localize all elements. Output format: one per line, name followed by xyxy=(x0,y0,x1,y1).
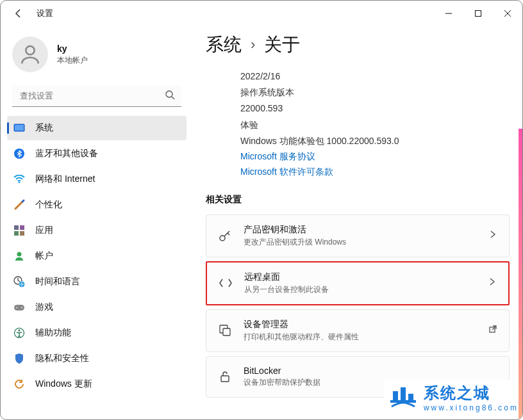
svg-rect-10 xyxy=(20,225,24,230)
nav-item-accounts[interactable]: 帐户 xyxy=(7,244,187,268)
search-icon xyxy=(165,90,175,102)
link-service-agreement[interactable]: Microsoft 服务协议 xyxy=(240,149,510,165)
svg-rect-28 xyxy=(401,387,406,400)
external-link-icon xyxy=(488,325,497,336)
chevron-right-icon xyxy=(488,277,497,289)
card-title: BitLocker xyxy=(244,366,497,376)
nav-label: 游戏 xyxy=(35,302,53,313)
related-title: 相关设置 xyxy=(206,194,510,206)
avatar xyxy=(12,36,48,72)
chevron-right-icon: › xyxy=(251,36,255,53)
nav-label: 帐户 xyxy=(35,250,53,262)
svg-rect-1 xyxy=(476,11,481,17)
nav-item-privacy[interactable]: 隐私和安全性 xyxy=(7,346,187,371)
card-activation[interactable]: 产品密钥和激活 更改产品密钥或升级 Windows xyxy=(206,214,510,257)
svg-point-13 xyxy=(17,252,22,257)
main: 系统 › 关于 2022/2/16 操作系统版本 22000.593 体验 Wi… xyxy=(193,26,522,419)
lock-icon xyxy=(218,369,232,384)
svg-line-4 xyxy=(172,97,174,99)
nav-item-personalization[interactable]: 个性化 xyxy=(7,193,187,217)
person-icon xyxy=(18,42,42,67)
svg-rect-12 xyxy=(20,231,24,236)
nav-label: 时间和语言 xyxy=(35,276,80,287)
remote-icon xyxy=(219,276,233,290)
back-button[interactable] xyxy=(12,7,25,20)
account-icon xyxy=(13,250,25,262)
card-title: 远程桌面 xyxy=(244,271,476,283)
nav-item-system[interactable]: 系统 xyxy=(7,116,187,140)
svg-point-8 xyxy=(19,182,20,183)
card-sub: 从另一台设备控制此设备 xyxy=(244,284,476,295)
svg-rect-11 xyxy=(14,231,19,236)
user-name: ky xyxy=(57,44,88,54)
svg-rect-16 xyxy=(14,305,24,311)
sidebar: ky 本地帐户 系统 蓝牙和其他设备 网络和 Internet xyxy=(1,26,193,419)
nav-item-accessibility[interactable]: 辅助功能 xyxy=(7,321,187,345)
svg-rect-25 xyxy=(221,376,229,382)
arrow-left-icon xyxy=(13,8,24,19)
nav-item-gaming[interactable]: 游戏 xyxy=(7,295,187,319)
nav-label: 隐私和安全性 xyxy=(35,353,89,364)
card-remote-desktop[interactable]: 远程桌面 从另一台设备控制此设备 xyxy=(206,261,510,305)
device-manager-icon xyxy=(218,323,232,337)
nav: 系统 蓝牙和其他设备 网络和 Internet 个性化 应用 帐户 xyxy=(7,116,187,396)
card-sub: 打印机和其他驱动程序、硬件属性 xyxy=(244,332,477,343)
user-account-type: 本地帐户 xyxy=(57,55,88,66)
nav-label: 辅助功能 xyxy=(35,327,71,339)
nav-item-update[interactable]: Windows 更新 xyxy=(7,372,187,396)
nav-item-time-lang[interactable]: 时间和语言 xyxy=(7,270,187,294)
svg-rect-29 xyxy=(408,394,413,400)
nav-item-network[interactable]: 网络和 Internet xyxy=(7,167,187,191)
svg-point-17 xyxy=(16,307,17,309)
maximize-icon xyxy=(474,10,482,17)
breadcrumb-root[interactable]: 系统 xyxy=(206,33,242,57)
key-icon xyxy=(218,229,232,243)
minimize-button[interactable] xyxy=(434,2,463,25)
breadcrumb: 系统 › 关于 xyxy=(206,33,510,57)
os-build-value: 22000.593 xyxy=(240,101,510,117)
experience-label: 体验 xyxy=(240,117,510,133)
nav-label: 个性化 xyxy=(35,199,62,211)
nav-label: Windows 更新 xyxy=(35,378,92,390)
shield-icon xyxy=(13,353,25,364)
svg-point-21 xyxy=(220,236,225,241)
card-title: 设备管理器 xyxy=(244,319,477,330)
svg-point-3 xyxy=(166,91,172,97)
card-device-manager[interactable]: 设备管理器 打印机和其他驱动程序、硬件属性 xyxy=(206,309,510,352)
clock-globe-icon xyxy=(13,276,25,287)
svg-rect-6 xyxy=(15,125,24,131)
minimize-icon xyxy=(445,10,452,17)
svg-rect-9 xyxy=(14,225,19,230)
svg-point-2 xyxy=(26,46,34,54)
card-sub: 更改产品密钥或升级 Windows xyxy=(244,237,477,248)
nav-label: 网络和 Internet xyxy=(35,174,95,185)
close-icon xyxy=(504,10,511,17)
titlebar: 设置 xyxy=(1,1,522,26)
os-build-label: 操作系统版本 xyxy=(240,85,510,101)
svg-point-18 xyxy=(21,307,22,309)
nav-label: 蓝牙和其他设备 xyxy=(35,148,98,159)
nav-item-bluetooth[interactable]: 蓝牙和其他设备 xyxy=(7,141,187,166)
brush-icon xyxy=(13,199,25,211)
maximize-button[interactable] xyxy=(463,2,493,25)
experience-value: Windows 功能体验包 1000.22000.593.0 xyxy=(240,133,510,149)
bluetooth-icon xyxy=(13,148,25,159)
nav-item-apps[interactable]: 应用 xyxy=(7,218,187,243)
watermark-text: 系统之城 xyxy=(424,383,519,403)
card-title: 产品密钥和激活 xyxy=(244,224,477,236)
svg-point-20 xyxy=(19,330,21,332)
link-license-terms[interactable]: Microsoft 软件许可条款 xyxy=(240,165,510,180)
nav-label: 系统 xyxy=(35,122,53,134)
desktop-edge xyxy=(519,129,522,419)
nav-label: 应用 xyxy=(35,225,53,236)
apps-icon xyxy=(13,225,25,236)
accessibility-icon xyxy=(13,327,25,339)
close-button[interactable] xyxy=(493,2,522,25)
spec-block: 2022/2/16 操作系统版本 22000.593 体验 Windows 功能… xyxy=(206,69,510,180)
breadcrumb-current: 关于 xyxy=(264,33,300,57)
system-icon xyxy=(13,122,25,134)
search-input[interactable] xyxy=(12,85,181,107)
chevron-right-icon xyxy=(488,230,497,241)
user-block[interactable]: ky 本地帐户 xyxy=(7,26,187,85)
svg-rect-23 xyxy=(223,328,230,335)
